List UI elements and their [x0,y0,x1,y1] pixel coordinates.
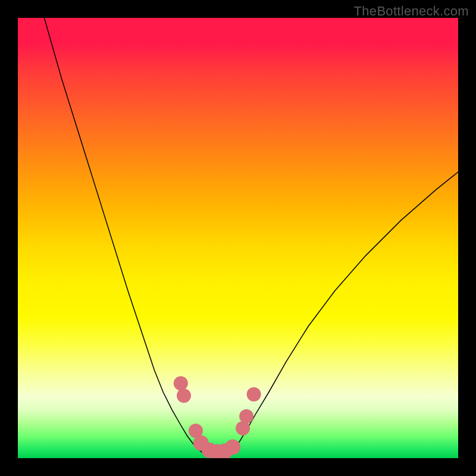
gradient-plot-area [18,18,458,458]
marker-point [225,440,240,455]
marker-point [247,387,261,402]
highlight-markers [174,376,261,458]
right-curve [220,172,458,458]
marker-point [174,376,188,390]
chart-svg [18,18,458,458]
left-curve [44,18,216,458]
watermark-text: TheBottleneck.com [354,4,469,19]
marker-point [177,389,191,403]
marker-point [239,409,253,424]
